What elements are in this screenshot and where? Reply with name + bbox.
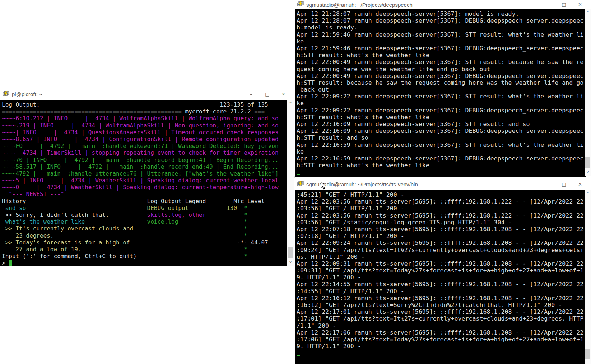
desktop: { "chrome": { "minimize": "–", "maximize… <box>0 0 591 364</box>
terminal-line: h:STT result: what's the weather like <box>297 162 586 169</box>
window-picroft: pi@picroft: ~ – □ ✕ Log Output: 123-135 … <box>0 88 294 266</box>
terminal-line: Apr 12 22:03:56 ramuh tts-server[5695]: … <box>297 212 586 219</box>
terminal-line: :09:31] "GET /api/tts?text=Today%27s+for… <box>297 267 586 274</box>
putty-terminal-icon <box>297 1 304 8</box>
terminal-line: h:model is ready. <box>297 24 586 31</box>
terminal-line: :17:06] "GET /api/tts?text=Today%27s+for… <box>297 336 586 343</box>
terminal-line: :09:24] "GET /api/tts?text=It%27s+curren… <box>297 247 586 253</box>
tts-terminal-output[interactable]: :45:21] "GET / HTTP/1.1" 200 -Apr 12 22:… <box>295 190 586 364</box>
picroft-terminal-output[interactable]: Log Output: 123-135 of 135==============… <box>0 100 287 266</box>
terminal-line: h:STT result: what's the weather like <box>297 52 586 59</box>
terminal-line <box>297 169 586 176</box>
tts-titlebar[interactable]: sgmustadio@ramuh: ~/Projects/tts/tts-ven… <box>294 178 591 190</box>
terminal-line: Apr 12 22:14:55 ramuh tts-server[5695]: … <box>297 281 586 288</box>
terminal-line: back out <box>297 86 586 93</box>
terminal-line: h:STT result: and so <box>297 134 586 141</box>
maximize-icon[interactable]: □ <box>259 90 275 99</box>
terminal-line: Apr 12 22:09:22 ramuh deepspeech-server[… <box>297 93 586 100</box>
deepspeech-window-title: sgmustadio@ramuh: ~/Projects/deepspeech <box>306 2 540 8</box>
terminal-line: ~~~~8.657 | INFO | 4734 | ConfigurationS… <box>2 136 287 143</box>
scrollbar-thumb[interactable] <box>288 247 293 258</box>
terminal-line: Apr 12 21:28:07 ramuh deepspeech-server[… <box>297 10 586 17</box>
terminal-line: us. HTTP/1.1" 200 - <box>297 253 586 260</box>
terminal-line: :03:56] "GET / HTTP/1.1" 200 - <box>297 205 586 212</box>
terminal-line: ~~~~70 | INFO | 4792 | __main__:handle_r… <box>2 157 287 163</box>
maximize-icon[interactable]: □ <box>556 0 572 9</box>
terminal-line: ~~~~.219 | INFO | 4734 | WolframAlphaSki… <box>2 122 287 129</box>
picroft-scrollbar[interactable]: ^ v <box>287 100 294 266</box>
deepspeech-scrollbar[interactable]: ^ v <box>585 9 591 176</box>
scroll-up-icon[interactable]: ^ <box>287 101 294 107</box>
tts-scrollbar[interactable]: ^ <box>585 190 591 364</box>
terminal-line: Apr 12 22:00:49 ramuh deepspeech-server[… <box>297 59 586 65</box>
tts-window-title: sgmustadio@ramuh: ~/Projects/tts/tts-ven… <box>306 181 540 187</box>
terminal-line: :16:12] "GET /api/tts?text=Sorry%2C+I+di… <box>297 302 586 308</box>
text-cursor <box>9 260 12 266</box>
terminal-line: ~~~~| INFO | 4734 | QuestionsAnswersSkil… <box>2 129 287 136</box>
terminal-line: :45:21] "GET / HTTP/1.1" 200 - <box>297 191 586 198</box>
terminal-line: and so DEBUG output 130 * <box>2 205 287 211</box>
window-deepspeech: sgmustadio@ramuh: ~/Projects/deepspeech … <box>294 0 591 176</box>
terminal-line: Apr 12 22:17:01 ramuh tts-server[5695]: … <box>297 308 586 315</box>
scrollbar-thumb[interactable] <box>585 157 590 168</box>
scroll-down-icon[interactable]: v <box>287 259 294 265</box>
deepspeech-terminal-output[interactable]: Apr 12 21:28:07 ramuh deepspeech-server[… <box>295 9 586 177</box>
terminal-line: Apr 12 22:09:31 ramuh tts-server[5695]: … <box>297 260 586 267</box>
terminal-line: ~~~~FO | 4792 | __main__:handle_wakeword… <box>2 143 287 149</box>
terminal-line: Apr 12 22:07:18 ramuh tts-server[5695]: … <box>297 226 586 233</box>
terminal-line: :03:56] "GET /static/coqui-log-green-TTS… <box>297 219 586 226</box>
close-icon[interactable]: ✕ <box>572 0 588 9</box>
terminal-line: ~~~~ 4734 | TimerSkill | stopping repeat… <box>2 149 287 156</box>
terminal-line: Apr 12 22:16:59 ramuh deepspeech-server[… <box>297 141 586 148</box>
terminal-line: 9. HTTP/1.1" 200 - <box>297 343 586 350</box>
terminal-line: Apr 12 22:03:56 ramuh tts-server[5695]: … <box>297 198 586 205</box>
terminal-line: Apr 12 22:09:24 ramuh tts-server[5695]: … <box>297 239 586 246</box>
terminal-line: ~~~~58.517 | INFO | 4792 | __main__:hand… <box>2 163 287 170</box>
scroll-up-icon[interactable]: ^ <box>585 10 591 16</box>
terminal-line: 27 and a low of 19. * <box>2 246 287 253</box>
window-tts: sgmustadio@ramuh: ~/Projects/tts/tts-ven… <box>294 178 591 364</box>
picroft-titlebar[interactable]: pi@picroft: ~ – □ ✕ <box>0 88 294 100</box>
terminal-line: ~~~~5 | INFO | 4734 | WeatherSkill | Spe… <box>2 177 287 184</box>
terminal-line: 9. HTTP/1.1" 200 - <box>297 274 586 281</box>
terminal-line: ~~~~0 | 4734 | WeatherSkill | Speaking d… <box>2 184 287 191</box>
scroll-down-icon[interactable]: v <box>585 169 591 175</box>
maximize-icon[interactable]: □ <box>556 180 572 189</box>
close-icon[interactable]: ✕ <box>275 90 292 99</box>
terminal-line: 23 degrees. * <box>2 232 287 239</box>
scroll-up-icon[interactable]: ^ <box>585 191 591 197</box>
terminal-line: /1.1" 200 - <box>297 322 586 329</box>
text-cursor <box>297 169 300 175</box>
terminal-line: Apr 12 21:59:46 ramuh deepspeech-server[… <box>297 31 586 38</box>
terminal-line: Apr 12 22:00:49 ramuh deepspeech-server[… <box>297 73 586 79</box>
terminal-line: History ============================== L… <box>2 198 287 205</box>
terminal-line: > <box>2 260 287 266</box>
terminal-line: Apr 12 21:28:07 ramuh deepspeech-server[… <box>297 17 586 24</box>
terminal-line: Apr 12 21:59:46 ramuh deepspeech-server[… <box>297 45 586 52</box>
mouse-cursor <box>321 181 326 190</box>
terminal-line: Apr 12 22:17:06 ramuh tts-server[5695]: … <box>297 329 586 336</box>
terminal-line: ^--- NEWEST ---^ <box>2 191 287 197</box>
terminal-line: h:STT result: what's the weather like <box>297 114 586 121</box>
putty-terminal-icon <box>3 91 9 98</box>
terminal-line: Apr 12 22:16:09 ramuh deepspeech-server[… <box>297 121 586 127</box>
putty-terminal-icon <box>297 181 304 188</box>
terminal-line: >> Today's forecast is for a high of -*-… <box>2 239 287 246</box>
text-cursor <box>297 350 300 356</box>
terminal-line: Apr 12 22:16:09 ramuh deepspeech-server[… <box>297 127 586 134</box>
terminal-line: Log Output: 123-135 of 135 <box>2 101 287 108</box>
terminal-line: ke <box>297 100 586 107</box>
terminal-line: quest coming here was the weather life a… <box>297 66 586 73</box>
picroft-window-title: pi@picroft: ~ <box>12 91 243 97</box>
minimize-icon[interactable]: – <box>540 180 556 189</box>
terminal-line: Input (':' for command, Ctrl+C to quit) … <box>2 253 287 260</box>
minimize-icon[interactable]: – <box>540 0 556 9</box>
close-icon[interactable]: ✕ <box>572 180 588 189</box>
terminal-line: >> Sorry, I didn't catch that. skills.lo… <box>2 211 287 218</box>
minimize-icon[interactable]: – <box>243 90 259 99</box>
deepspeech-titlebar[interactable]: sgmustadio@ramuh: ~/Projects/deepspeech … <box>294 0 591 9</box>
terminal-line: ~~~~6:10.212 | INFO | 4734 | WolframAlph… <box>2 115 287 122</box>
scrollbar-thumb[interactable] <box>585 349 590 359</box>
terminal-line: >> It's currently overcast clouds and * <box>2 225 287 232</box>
terminal-line: :17:01] "GET /api/tts?text=It%27s+curren… <box>297 315 586 322</box>
